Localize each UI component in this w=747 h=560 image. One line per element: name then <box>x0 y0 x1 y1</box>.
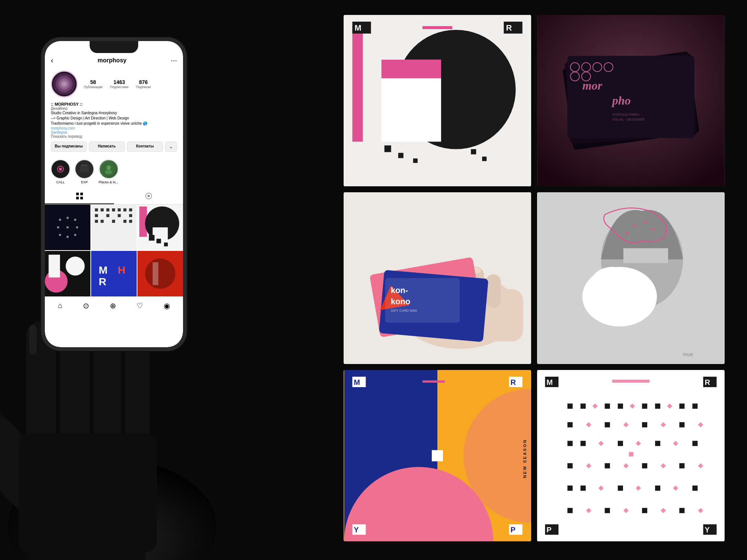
svg-text:M: M <box>354 23 361 32</box>
bio-website[interactable]: morphosy.com <box>51 126 177 130</box>
highlight-exp[interactable]: EXP <box>75 159 94 184</box>
svg-rect-160 <box>580 404 586 409</box>
svg-rect-65 <box>49 255 60 277</box>
svg-rect-188 <box>642 463 647 468</box>
contacts-button[interactable]: Контакты <box>127 141 163 152</box>
nav-add-icon[interactable]: ⊕ <box>110 301 116 310</box>
svg-rect-47 <box>95 220 98 223</box>
svg-rect-163 <box>642 404 647 409</box>
svg-point-34 <box>76 226 78 228</box>
more-options-button[interactable]: ⌄ <box>165 141 177 152</box>
svg-rect-165 <box>679 404 685 409</box>
nav-home-icon[interactable]: ⌂ <box>58 301 62 310</box>
svg-rect-42 <box>129 208 132 211</box>
svg-text:mue: mue <box>683 352 693 358</box>
svg-rect-197 <box>655 485 660 491</box>
svg-text:STEFANO PIRRO: STEFANO PIRRO <box>612 113 639 116</box>
svg-text:M: M <box>354 378 360 386</box>
svg-rect-170 <box>567 422 573 427</box>
nav-profile-icon[interactable]: ◉ <box>164 301 170 310</box>
svg-text:R: R <box>511 378 516 386</box>
svg-text:P: P <box>546 526 551 534</box>
svg-text:GIFT CARD 5000: GIFT CARD 5000 <box>391 309 417 312</box>
svg-point-31 <box>66 217 69 219</box>
followers-count: 1463 <box>114 79 125 85</box>
following-stat: 876 Подписки <box>136 79 151 89</box>
subscribed-button[interactable]: Вы подписаны <box>51 141 87 152</box>
bio-desc-1: Studio Creativo in Sardegna #morphosy <box>51 111 177 116</box>
panel-morphosy-geometric: M R <box>344 15 531 186</box>
svg-rect-85 <box>384 145 391 152</box>
svg-rect-95 <box>567 56 694 138</box>
grid-item-1[interactable] <box>45 205 90 250</box>
svg-point-129 <box>645 221 647 223</box>
highlight-call[interactable]: CALL <box>51 159 70 184</box>
svg-rect-205 <box>679 508 685 513</box>
ig-stats: 58 Публикации 1463 Подписчики 876 Подпис… <box>84 79 177 89</box>
svg-point-127 <box>590 267 635 304</box>
svg-point-24 <box>148 195 150 197</box>
svg-point-17 <box>106 165 111 170</box>
followers-stat: 1463 Подписчики <box>110 79 128 89</box>
svg-rect-46 <box>129 214 132 217</box>
message-button[interactable]: Написать <box>89 141 125 152</box>
svg-text:kon-: kon- <box>391 286 408 295</box>
highlight-circle-places <box>99 159 118 179</box>
panel-business-cards-dark: mor pho STEFANO PIRRO VISUAL - DESIGNER <box>537 15 725 186</box>
bio-desc-2: --> Graphic Design | Art Direction | Web… <box>51 116 177 121</box>
svg-rect-22 <box>80 197 83 199</box>
ig-grid: M H R <box>45 205 183 296</box>
ig-profile: 58 Публикации 1463 Подписчики 876 Подпис… <box>45 68 183 159</box>
svg-text:NEW SEASON: NEW SEASON <box>523 439 527 478</box>
svg-rect-179 <box>580 441 586 446</box>
svg-rect-198 <box>692 485 698 491</box>
svg-rect-49 <box>112 220 115 223</box>
svg-point-131 <box>626 232 628 234</box>
grid-item-5[interactable]: M H R <box>91 251 137 296</box>
posts-stat: 58 Публикации <box>84 79 102 89</box>
svg-rect-171 <box>605 422 610 427</box>
nav-heart-icon[interactable]: ♡ <box>136 301 143 310</box>
phone-frame: ‹ morphosy ··· 58 Публикации 1463 По <box>41 37 187 351</box>
svg-point-18 <box>105 170 112 174</box>
grid-item-3[interactable] <box>137 205 183 250</box>
svg-point-130 <box>652 228 654 231</box>
svg-rect-54 <box>118 225 121 228</box>
svg-text:R: R <box>705 378 710 386</box>
ig-tabs <box>45 189 183 205</box>
svg-rect-67 <box>91 251 137 296</box>
bio-translate[interactable]: Показать перевод <box>51 134 177 139</box>
highlight-label-call: CALL <box>56 180 65 184</box>
svg-rect-8 <box>29 325 37 355</box>
svg-rect-81 <box>422 26 452 29</box>
followers-label: Подписчики <box>110 85 128 89</box>
portfolio-grid: M R <box>344 15 725 541</box>
grid-item-4[interactable] <box>45 251 90 296</box>
highlight-places[interactable]: Places & In... <box>99 159 118 184</box>
highlight-circle-exp <box>75 159 94 179</box>
nav-search-icon[interactable]: ⊙ <box>83 301 89 310</box>
tab-tagged[interactable] <box>114 189 183 204</box>
ig-username: morphosy <box>97 57 126 64</box>
svg-rect-76 <box>352 26 363 142</box>
svg-rect-55 <box>129 225 132 228</box>
grid-item-2[interactable] <box>91 205 137 250</box>
svg-rect-157 <box>612 380 650 383</box>
svg-rect-15 <box>81 165 87 166</box>
svg-rect-135 <box>432 450 443 461</box>
ig-bio: :: MORPHOSY :: Дизайнер Studio Creativo … <box>51 102 177 139</box>
more-button[interactable]: ··· <box>171 56 177 65</box>
tab-grid[interactable] <box>45 189 114 204</box>
back-button[interactable]: ‹ <box>51 56 53 65</box>
svg-text:H: H <box>118 264 125 276</box>
svg-point-32 <box>66 236 69 238</box>
svg-point-66 <box>66 256 85 276</box>
highlight-label-exp: EXP <box>81 180 88 184</box>
svg-rect-40 <box>118 208 121 211</box>
svg-point-30 <box>74 234 76 236</box>
svg-rect-181 <box>655 441 660 446</box>
svg-rect-194 <box>567 485 573 491</box>
svg-rect-202 <box>567 508 573 513</box>
grid-item-6[interactable] <box>137 251 183 296</box>
ig-actions: Вы подписаны Написать Контакты ⌄ <box>51 141 177 152</box>
